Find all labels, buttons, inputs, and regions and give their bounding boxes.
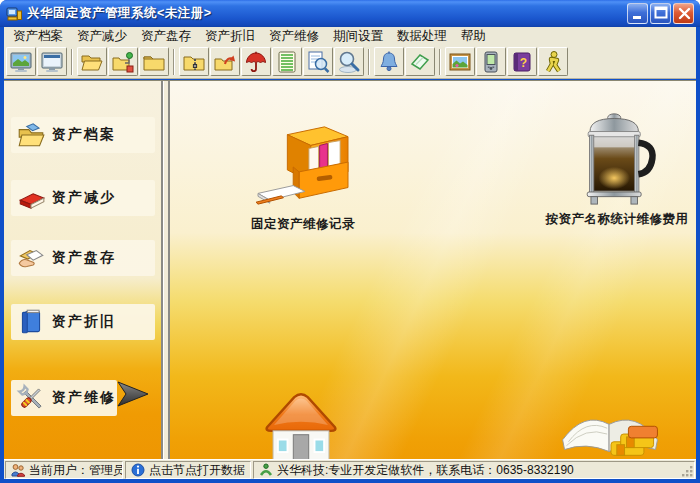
toolbar-button-pda[interactable] bbox=[476, 47, 506, 76]
main-region: 资产档案 资产减少 资产盘存 bbox=[4, 80, 696, 459]
desktop-picture-icon bbox=[9, 50, 33, 74]
toolbar-button-alerts[interactable] bbox=[374, 47, 404, 76]
toolbar-button-preview[interactable] bbox=[303, 47, 333, 76]
toolbar-separator bbox=[439, 49, 441, 75]
folder-open-icon bbox=[80, 50, 104, 74]
arrow-right-icon bbox=[116, 378, 152, 410]
notebook-icon bbox=[275, 50, 299, 74]
print-preview-icon bbox=[306, 50, 330, 74]
house-icon bbox=[248, 388, 354, 460]
app-icon bbox=[6, 5, 23, 22]
shortcut-fixed-asset-maintenance-records[interactable]: 固定资产维修记录 bbox=[238, 121, 368, 233]
magnifier-icon bbox=[337, 50, 361, 74]
app-window: 兴华固定资产管理系统<未注册> 资产档案 资产减少 资产盘存 资产折旧 资产维修… bbox=[0, 0, 700, 483]
sidebar: 资产档案 资产减少 资产盘存 bbox=[4, 81, 161, 460]
sidebar-item-asset-maintenance[interactable]: 资产维修 bbox=[11, 380, 117, 416]
running-man-icon bbox=[541, 50, 565, 74]
toolbar-separator bbox=[173, 49, 175, 75]
folder-connection-icon bbox=[111, 50, 135, 74]
close-button[interactable] bbox=[673, 3, 694, 24]
tools-icon bbox=[16, 383, 46, 413]
toolbar-button-folder[interactable] bbox=[139, 47, 169, 76]
resize-grip[interactable] bbox=[681, 465, 694, 478]
sidebar-item-label: 资产盘存 bbox=[52, 249, 116, 267]
splitter[interactable] bbox=[161, 81, 170, 460]
status-vendor: 兴华科技:专业开发定做软件，联系电话：0635-8332190 bbox=[253, 461, 695, 479]
vendor-icon bbox=[259, 463, 273, 477]
status-hint: 点击节点打开数据 bbox=[125, 461, 251, 479]
maximize-button[interactable] bbox=[650, 3, 671, 24]
status-bar: 当前用户：管理员 点击节点打开数据 兴华科技:专业开发定做软件，联系电话：063… bbox=[4, 459, 696, 479]
shortcut-maintenance-cost-statistics[interactable]: 按资产名称统计维修费用 bbox=[542, 111, 692, 228]
blue-book-icon bbox=[16, 307, 46, 337]
menu-bar: 资产档案 资产减少 资产盘存 资产折旧 资产维修 期间设置 数据处理 帮助 bbox=[4, 27, 696, 45]
info-icon bbox=[131, 463, 145, 477]
users-icon bbox=[11, 463, 25, 477]
pda-icon bbox=[479, 50, 503, 74]
toolbar-button-open-folder[interactable] bbox=[77, 47, 107, 76]
inventory-hand-icon bbox=[16, 243, 46, 273]
folder-zip-icon bbox=[182, 50, 206, 74]
toolbar-separator bbox=[71, 49, 73, 75]
umbrella-icon bbox=[244, 50, 268, 74]
toolbar-button-restore[interactable] bbox=[210, 47, 240, 76]
toolbar-separator bbox=[368, 49, 370, 75]
monitor-icon bbox=[40, 50, 64, 74]
content-area: 固定资产维修记录 bbox=[170, 81, 696, 460]
window-controls bbox=[627, 3, 694, 24]
status-current-user: 当前用户：管理员 bbox=[5, 461, 123, 479]
menu-item-help[interactable]: 帮助 bbox=[454, 27, 493, 46]
toolbar: ? bbox=[4, 45, 696, 79]
toolbar-button-pictures[interactable] bbox=[445, 47, 475, 76]
window-title: 兴华固定资产管理系统<未注册> bbox=[27, 5, 627, 22]
toolbar-button-desktop[interactable] bbox=[6, 47, 36, 76]
note-icon bbox=[408, 50, 432, 74]
status-text: 兴华科技:专业开发定做软件，联系电话：0635-8332190 bbox=[277, 462, 574, 479]
menu-item-asset-inventory[interactable]: 资产盘存 bbox=[134, 27, 198, 46]
sidebar-item-label: 资产档案 bbox=[52, 126, 116, 144]
sidebar-item-label: 资产折旧 bbox=[52, 313, 116, 331]
menu-item-asset-decrease[interactable]: 资产减少 bbox=[70, 27, 134, 46]
help-book-icon: ? bbox=[510, 50, 534, 74]
sidebar-item-label: 资产减少 bbox=[52, 189, 116, 207]
toolbar-button-memo[interactable] bbox=[405, 47, 435, 76]
sidebar-item-asset-decrease[interactable]: 资产减少 bbox=[11, 180, 155, 216]
money-book-icon bbox=[556, 405, 666, 460]
file-cabinet-icon bbox=[254, 121, 352, 215]
menu-item-asset-depreciation[interactable]: 资产折旧 bbox=[198, 27, 262, 46]
menu-item-asset-archive[interactable]: 资产档案 bbox=[6, 27, 70, 46]
bell-icon bbox=[377, 50, 401, 74]
sidebar-item-label: 资产维修 bbox=[52, 389, 116, 407]
status-text: 点击节点打开数据 bbox=[149, 462, 245, 479]
folder-export-icon bbox=[213, 50, 237, 74]
archive-folder-icon bbox=[16, 120, 46, 150]
toolbar-button-protect[interactable] bbox=[241, 47, 271, 76]
sidebar-item-asset-archive[interactable]: 资产档案 bbox=[11, 117, 155, 153]
toolbar-button-folder-connection[interactable] bbox=[108, 47, 138, 76]
toolbar-button-backup[interactable] bbox=[179, 47, 209, 76]
status-text: 当前用户：管理员 bbox=[29, 462, 123, 479]
minimize-button[interactable] bbox=[627, 3, 648, 24]
shortcut-label: 固定资产维修记录 bbox=[238, 216, 368, 233]
sidebar-item-asset-depreciation[interactable]: 资产折旧 bbox=[11, 304, 155, 340]
toolbar-button-about[interactable] bbox=[538, 47, 568, 76]
sidebar-item-asset-inventory[interactable]: 资产盘存 bbox=[11, 240, 155, 276]
red-book-icon bbox=[16, 183, 46, 213]
menu-item-data-processing[interactable]: 数据处理 bbox=[390, 27, 454, 46]
picture-icon bbox=[448, 50, 472, 74]
toolbar-button-monitor[interactable] bbox=[37, 47, 67, 76]
toolbar-button-help[interactable]: ? bbox=[507, 47, 537, 76]
title-bar: 兴华固定资产管理系统<未注册> bbox=[0, 0, 700, 27]
svg-text:?: ? bbox=[520, 55, 527, 69]
menu-item-asset-maintenance[interactable]: 资产维修 bbox=[262, 27, 326, 46]
menu-item-period-settings[interactable]: 期间设置 bbox=[326, 27, 390, 46]
folder-closed-icon bbox=[142, 50, 166, 74]
toolbar-button-notes[interactable] bbox=[272, 47, 302, 76]
shortcut-label: 按资产名称统计维修费用 bbox=[542, 211, 692, 228]
coffee-press-icon bbox=[577, 111, 657, 210]
toolbar-button-search[interactable] bbox=[334, 47, 364, 76]
